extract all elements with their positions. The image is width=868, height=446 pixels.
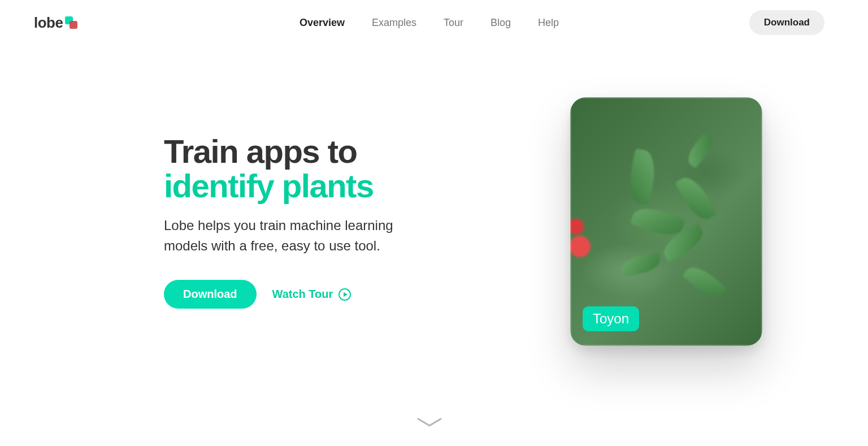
main-nav: Overview Examples Tour Blog Help — [300, 17, 559, 29]
watch-tour-link[interactable]: Watch Tour — [272, 288, 351, 301]
watch-tour-label: Watch Tour — [272, 288, 333, 301]
nav-help[interactable]: Help — [538, 17, 559, 29]
brand-name: lobe — [34, 14, 63, 32]
nav-blog[interactable]: Blog — [491, 17, 511, 29]
hero-title-line1: Train apps to — [164, 133, 357, 170]
brand-mark-icon — [65, 16, 77, 29]
hero-image-card: Toyon — [570, 97, 762, 346]
site-header: lobe Overview Examples Tour Blog Help Do… — [0, 0, 858, 35]
nav-examples[interactable]: Examples — [372, 17, 416, 29]
nav-tour[interactable]: Tour — [444, 17, 463, 29]
download-button-header[interactable]: Download — [749, 10, 824, 35]
hero-title: Train apps to identify plants — [164, 135, 424, 203]
prediction-tag: Toyon — [583, 306, 639, 331]
download-button-hero[interactable]: Download — [164, 280, 257, 309]
brand-logo[interactable]: lobe — [34, 14, 77, 32]
hero-section: Train apps to identify plants Lobe helps… — [0, 35, 858, 346]
hero-title-line2: identify plants — [164, 169, 424, 203]
play-icon — [338, 288, 351, 301]
hero-subtitle: Lobe helps you train machine learning mo… — [164, 215, 424, 256]
hero-actions: Download Watch Tour — [164, 280, 424, 309]
nav-overview[interactable]: Overview — [300, 17, 345, 29]
scroll-down-icon[interactable] — [417, 418, 442, 430]
hero-copy: Train apps to identify plants Lobe helps… — [164, 135, 424, 309]
